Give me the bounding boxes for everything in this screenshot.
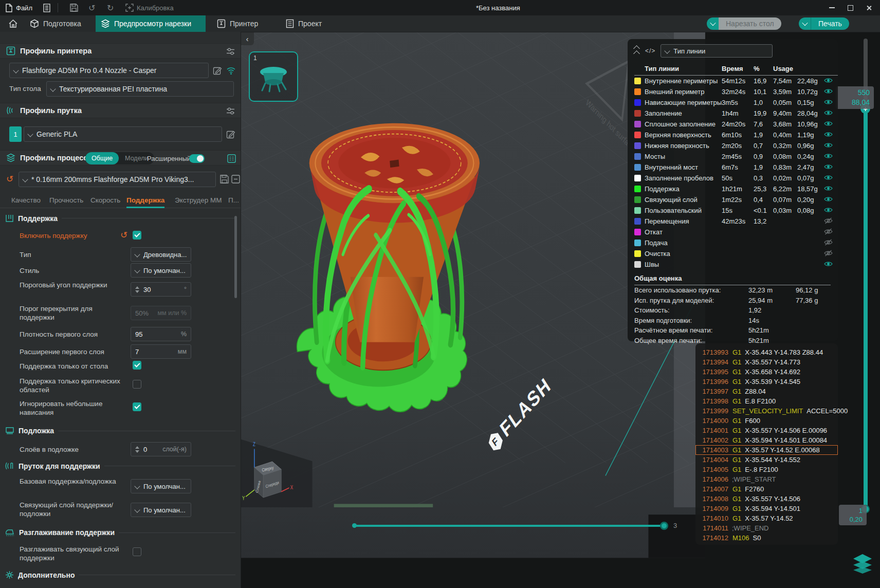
tab-printer[interactable]: Принтер [212,15,263,32]
eye-icon[interactable] [824,109,837,118]
printer-profile-select[interactable]: Flashforge AD5M Pro 0.4 Nozzle - Casper [9,63,209,78]
printer-settings-icon[interactable] [226,47,235,56]
process-profile-select[interactable]: * 0.16mm 200mms Flashforge AD5M Pro Viki… [19,172,216,187]
layer-slider-range[interactable] [864,109,868,509]
gcode-line[interactable]: 1713999SET_VELOCITY_LIMITACCEL=5000 [695,406,838,416]
enable-support-reset[interactable]: ↺ [120,231,127,240]
ignore-small-overhangs-checkbox[interactable] [133,402,141,411]
edit-printer-icon[interactable] [213,66,222,75]
tab-support[interactable]: Поддержка [126,193,164,208]
print-dropdown[interactable] [799,17,811,30]
gcode-line[interactable]: 1714005G1E-.8 F2100 [695,465,838,474]
gcode-line[interactable]: 1713995G1X-35.658 Y-14.692 [695,367,838,377]
tab-project[interactable]: Проект [281,15,327,32]
home-button[interactable] [3,15,23,32]
gcode-line[interactable]: 1714012M106S0 [695,533,838,543]
recent-files-icon[interactable] [43,0,51,15]
eye-icon[interactable] [824,142,837,150]
first-layer-expansion-input[interactable]: 7мм [131,344,191,359]
settings-scrollbar[interactable] [234,216,237,298]
eye-icon[interactable] [824,99,837,107]
gcode-panel[interactable]: 1713993G1X-35.443 Y-14.783 Z88.441713994… [695,343,838,545]
slice-dropdown[interactable] [707,17,719,30]
minimize-button[interactable] [826,4,838,12]
slice-button[interactable]: Нарезать стол [719,17,781,30]
tab-prepare[interactable]: Подготовка [25,15,86,32]
gcode-line-selected[interactable]: 1714003G1X-35.57 Y-14.52 E.00068 [695,445,838,455]
enable-support-checkbox[interactable] [133,231,141,240]
eye-icon[interactable] [824,77,837,85]
tab-more[interactable]: П... [228,193,239,207]
undo-button[interactable]: ↺ [88,0,95,15]
gcode-line[interactable]: 1714011;WIPE_END [695,523,838,533]
gcode-view-icon[interactable] [645,47,655,54]
plate-thumbnail[interactable]: 1 [249,51,298,102]
tab-speed[interactable]: Скорость [90,193,120,207]
support-type-select[interactable]: Древовидна... [131,247,191,262]
tab-quality[interactable]: Качество [11,193,41,207]
bed-type-select[interactable]: Текстурированная PEI пластина [46,81,234,97]
filament-select[interactable]: Generic PLA [24,126,222,142]
support-on-bed-checkbox[interactable] [133,361,141,370]
gcode-line[interactable]: 1714009G1X-35.594 Y-14.501 [695,504,838,513]
gcode-line[interactable]: 1714002G1X-35.594 Y-14.501 E.00084 [695,435,838,445]
gcode-line[interactable]: 1714007G1F2760 [695,484,838,494]
eye-icon[interactable] [824,196,837,204]
smooth-interface-checkbox[interactable] [133,547,141,556]
scope-global[interactable]: Общие [85,152,119,164]
gcode-line[interactable]: 1713996G1X-35.539 Y-14.545 [695,377,838,387]
eye-off-icon[interactable] [824,250,837,258]
gcode-line[interactable]: 1714006;WIPE_START [695,474,838,484]
horizontal-slider-handle[interactable] [660,522,668,530]
gcode-line[interactable]: 1714001G1X-35.557 Y-14.506 E.00096 [695,426,838,435]
eye-icon[interactable] [824,185,837,193]
eye-off-icon[interactable] [824,239,837,247]
eye-off-icon[interactable] [824,217,837,226]
horizontal-move-slider[interactable] [355,525,665,527]
eye-icon[interactable] [824,163,837,172]
eye-icon[interactable] [824,88,837,96]
process-list-icon[interactable] [227,154,236,163]
panel-collapse-handle[interactable]: ‹ [241,32,254,45]
filament-settings-icon[interactable] [226,107,235,115]
first-layer-density-input[interactable]: 95% [131,327,191,341]
eye-off-icon[interactable] [824,228,837,236]
gcode-line[interactable]: 1713998G1E.8 F2100 [695,396,838,406]
file-menu[interactable]: Файл [5,0,32,15]
eye-icon[interactable] [824,131,837,139]
view-mode-select[interactable]: Тип линии [661,44,773,58]
gcode-line[interactable]: 1714008G1X-35.557 Y-14.506 [695,494,838,504]
maximize-button[interactable] [844,4,856,12]
eye-icon[interactable] [824,153,837,161]
print-button[interactable]: Печать [811,17,849,30]
edit-filament-icon[interactable] [226,130,235,139]
support-critical-checkbox[interactable] [133,380,141,389]
redo-button[interactable]: ↻ [107,0,114,15]
print-split-button[interactable]: Печать [799,17,849,30]
gcode-line[interactable]: 1713994G1X-35.557 Y-14.773 [695,357,838,367]
wifi-icon[interactable] [226,66,236,75]
save-process-icon[interactable] [220,175,229,183]
interface-filament-select[interactable]: По умолчан... [131,503,191,517]
layers-view-icon[interactable] [851,552,874,575]
gcode-line[interactable]: 1714004G1X-35.544 Y-14.552 [695,455,838,465]
eye-icon[interactable] [824,207,837,215]
raft-layers-input[interactable]: 0слой(-я) [131,442,191,456]
filament-slot-badge[interactable]: 1 [9,126,22,142]
threshold-angle-input[interactable]: 30° [131,282,191,297]
advanced-toggle[interactable] [189,154,205,163]
tab-strength[interactable]: Прочность [49,193,83,207]
base-support-filament-select[interactable]: По умолчан... [131,479,191,493]
eye-icon[interactable] [824,174,837,182]
process-scope-toggle[interactable]: Общие Модели [85,152,154,164]
calibration-button[interactable]: Калибровка [125,0,174,15]
gcode-line[interactable]: 1714000G1F600 [695,416,838,426]
close-button[interactable] [863,4,875,12]
gcode-line[interactable]: 1714010G1X-35.57 Y-14.52 [695,513,838,523]
collapse-panel-icon[interactable] [634,46,639,56]
collapse-all-icon[interactable] [231,175,240,183]
eye-icon[interactable] [824,120,837,128]
slice-split-button[interactable]: Нарезать стол [707,17,781,30]
save-button[interactable] [70,0,78,15]
tab-preview[interactable]: Предпросмотр нарезки [96,15,206,32]
